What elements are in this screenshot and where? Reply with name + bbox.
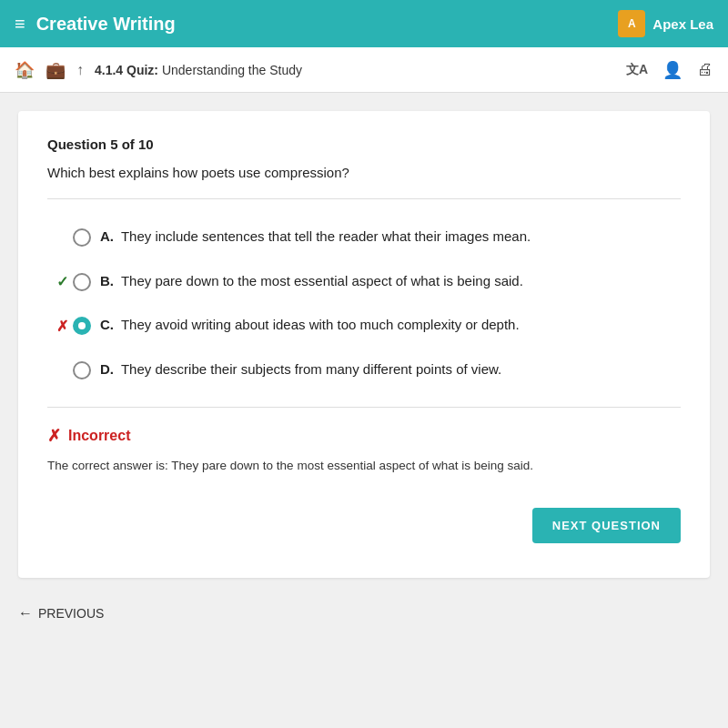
quiz-content: Question 5 of 10 Which best explains how… xyxy=(18,111,710,578)
feedback-section: ✗ Incorrect The correct answer is: They … xyxy=(47,422,681,490)
feedback-status: ✗ Incorrect xyxy=(47,426,681,446)
option-b-radio[interactable] xyxy=(73,273,91,291)
option-b-mark: ✓ xyxy=(55,273,69,290)
option-a[interactable]: A. They include sentences that tell the … xyxy=(47,217,681,257)
apex-logo: A xyxy=(618,10,645,37)
question-number: Question 5 of 10 xyxy=(47,136,681,152)
print-icon[interactable]: 🖨 xyxy=(697,60,713,79)
apex-branding: A Apex Lea xyxy=(618,10,713,37)
option-c-radio[interactable] xyxy=(73,317,91,335)
home-icon[interactable]: 🏠 xyxy=(15,60,35,80)
option-c-mark: ✗ xyxy=(55,318,69,335)
briefcase-icon[interactable]: 💼 xyxy=(46,60,66,80)
quiz-label: 4.1.4 Quiz: xyxy=(95,63,158,77)
option-d-text: D. They describe their subjects from man… xyxy=(100,359,501,380)
option-a-text: A. They include sentences that tell the … xyxy=(100,227,531,248)
question-text: Which best explains how poets use compre… xyxy=(47,165,681,180)
feedback-label: Incorrect xyxy=(68,428,130,444)
previous-link[interactable]: PREVIOUS xyxy=(38,606,104,621)
option-d[interactable]: D. They describe their subjects from man… xyxy=(47,350,681,389)
prev-arrow-icon: ← xyxy=(18,605,33,622)
option-a-radio[interactable] xyxy=(73,228,91,247)
question-divider xyxy=(47,198,681,199)
options-list: A. They include sentences that tell the … xyxy=(47,217,681,389)
option-c[interactable]: ✗ C. They avoid writing about ideas with… xyxy=(47,306,681,345)
breadcrumb-bar: 🏠 💼 ↑ 4.1.4 Quiz: Understanding the Stud… xyxy=(0,47,728,93)
nav-title: Creative Writing xyxy=(36,14,176,35)
apex-label: Apex Lea xyxy=(652,16,713,32)
option-b[interactable]: ✓ B. They pare down to the most essentia… xyxy=(47,262,681,301)
action-row: NEXT QUESTION xyxy=(47,508,681,543)
upload-icon[interactable]: ↑ xyxy=(76,62,84,78)
option-c-text: C. They avoid writing about ideas with t… xyxy=(100,315,520,336)
feedback-divider xyxy=(47,407,681,408)
quiz-topic: Understanding the Study xyxy=(162,63,302,77)
next-question-button[interactable]: NEXT QUESTION xyxy=(532,508,681,543)
feedback-x-icon: ✗ xyxy=(47,426,61,446)
option-b-text: B. They pare down to the most essential … xyxy=(100,271,523,292)
breadcrumb-text: 4.1.4 Quiz: Understanding the Study xyxy=(95,63,302,77)
footer-nav: ← PREVIOUS xyxy=(0,596,728,631)
hamburger-icon[interactable]: ≡ xyxy=(15,14,25,35)
top-nav: ≡ Creative Writing A Apex Lea xyxy=(0,0,728,47)
font-size-icon[interactable]: 文A xyxy=(626,62,648,78)
feedback-explanation: The correct answer is: They pare down to… xyxy=(47,457,681,475)
profile-icon[interactable]: 👤 xyxy=(662,60,682,80)
option-d-radio[interactable] xyxy=(73,361,91,379)
